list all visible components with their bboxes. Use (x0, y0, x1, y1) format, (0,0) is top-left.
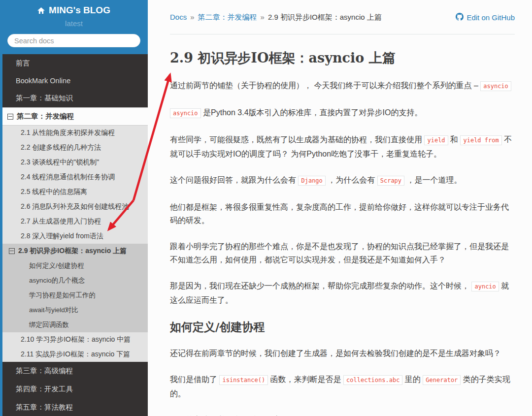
section-heading: 如何定义/创建协程 (170, 320, 515, 335)
sidebar-subitem[interactable]: 如何定义/创建协程 (2, 258, 148, 273)
edit-on-github-label: Edit on GitHub (466, 13, 515, 22)
sidebar-item[interactable]: 第三章：高级编程 (2, 362, 148, 380)
sidebar: MING's BLOG latest 前言BookMark Online第一章：… (0, 0, 148, 416)
text-segment: ，为什么会有 (326, 176, 377, 184)
text-segment: 我们是借助了 (170, 375, 219, 384)
version-label: latest (0, 19, 148, 28)
inline-code: isinstance() (219, 375, 268, 385)
paragraph: 我们是借助了 isinstance() 函数，来判断是否是 collection… (170, 373, 515, 400)
sidebar-item[interactable]: 第五章：算法教程 (2, 398, 148, 416)
sidebar-item-current-page[interactable]: 2.9 初识异步IO框架：asyncio 上篇 (2, 244, 148, 258)
sidebar-item[interactable]: 2.7 从生成器使用入门协程 (2, 214, 148, 229)
sidebar-item[interactable]: 第四章：开发工具 (2, 380, 148, 398)
paragraph: asyncio 是Python 3.4版本引入的标准库，直接内置了对异步IO的支… (170, 106, 515, 120)
text-segment: 他们都是框架，将很多很重复性高，复杂度高的工作，提前给你做好，这样你就可以专注于… (170, 203, 509, 224)
text-segment: 函数，来判断是否是 (268, 375, 343, 384)
sidebar-item-label: 2.9 初识异步IO框架：asyncio 上篇 (18, 247, 127, 256)
sidebar-item[interactable]: 2.2 创建多线程的几种方法 (2, 140, 148, 155)
sidebar-nav: 前言BookMark Online第一章：基础知识第二章：并发编程2.1 从性能… (2, 54, 148, 416)
sidebar-subitem[interactable]: 绑定回调函数 (2, 318, 148, 332)
paragraph: 有些同学，可能很疑惑，既然有了以生成器为基础的协程，我们直接使用 yield 和… (170, 133, 515, 160)
sidebar-item[interactable]: 2.3 谈谈线程中的"锁机制" (2, 155, 148, 170)
sidebar-item-label: 第二章：并发编程 (17, 112, 74, 121)
minus-square-icon (9, 248, 15, 254)
sidebar-item[interactable]: BookMark Online (2, 72, 148, 89)
text-segment: 通过前两节的铺垫（关于协程的使用）， 今天我们终于可以来介绍我们整个系列的重点 … (170, 81, 480, 90)
page: MING's BLOG latest 前言BookMark Online第一章：… (0, 0, 532, 416)
site-title-link[interactable]: MING's BLOG (0, 5, 148, 16)
paragraph: 同样的方法，我们也可以用在这里。 (170, 413, 515, 416)
paragraph: 他们都是框架，将很多很重复性高，复杂度高的工作，提前给你做好，这样你就可以专注于… (170, 200, 515, 227)
edit-on-github-link[interactable]: Edit on GitHub (456, 13, 515, 22)
sidebar-item[interactable]: 2.4 线程消息通信机制任务协调 (2, 170, 148, 185)
paragraph: 这个问题很好回答，就跟为什么会有 Django ，为什么会有 Scrapy ，是… (170, 173, 515, 188)
sidebar-item[interactable]: 2.10 学习异步IO框架：asyncio 中篇 (2, 332, 148, 347)
text-segment: 和 (448, 135, 461, 144)
github-icon (456, 13, 464, 22)
inline-code: Generator (423, 375, 461, 385)
text-segment: 里的 (402, 375, 423, 384)
sidebar-item[interactable]: 2.8 深入理解yield from语法 (2, 229, 148, 244)
text-segment: ，是一个道理。 (404, 176, 462, 184)
home-icon (37, 7, 45, 14)
breadcrumb-row: Docs » 第二章：并发编程 » 2.9 初识异步IO框架：asyncio 上… (170, 13, 515, 22)
breadcrumb-chapter-link[interactable]: 第二章：并发编程 (198, 13, 257, 22)
sidebar-subitem[interactable]: asyncio的几个概念 (2, 273, 148, 288)
sidebar-subitem[interactable]: 学习协程是如何工作的 (2, 288, 148, 303)
page-title: 2.9 初识异步IO框架：asyncio 上篇 (170, 49, 515, 67)
article-body: 通过前两节的铺垫（关于协程的使用）， 今天我们终于可以来介绍我们整个系列的重点 … (170, 79, 515, 416)
sidebar-item[interactable]: 前言 (2, 54, 148, 72)
breadcrumb-current: 2.9 初识异步IO框架：asyncio 上篇 (268, 13, 382, 22)
inline-code: yield from (460, 135, 501, 145)
sidebar-item-chapter2[interactable]: 第二章：并发编程 (2, 107, 148, 126)
search-input[interactable] (7, 34, 140, 47)
sidebar-header: MING's BLOG latest (0, 0, 148, 54)
sidebar-item[interactable]: 2.6 消息队列补充及如何创建线程池 (2, 199, 148, 214)
breadcrumb-separator: » (261, 13, 265, 21)
sidebar-item[interactable]: 2.5 线程中的信息隔离 (2, 185, 148, 199)
sidebar-item[interactable]: 2.11 实战异步IO框架：asyncio 下篇 (2, 347, 148, 362)
paragraph: 那是因为，我们现在还缺少一个成熟的框架，帮助你完成那些复杂的动作。这个时候， a… (170, 279, 515, 307)
inline-code: Django (298, 176, 325, 186)
inline-code: asyncio (170, 108, 201, 118)
breadcrumb-separator: » (190, 13, 194, 21)
paragraph: 通过前两节的铺垫（关于协程的使用）， 今天我们终于可以来介绍我们整个系列的重点 … (170, 79, 515, 93)
text-segment: 有些同学，可能很疑惑，既然有了以生成器为基础的协程，我们直接使用 (170, 135, 424, 144)
text-segment: 是Python 3.4版本引入的标准库，直接内置了对异步IO的支持。 (201, 108, 423, 117)
inline-code: Scrapy (377, 176, 404, 186)
paragraph: 还记得在前两章节的时候，我们创建了生成器，是如何去检验我们创建的是不是生成器对象… (170, 347, 515, 360)
minus-square-icon (7, 114, 13, 120)
sidebar-item[interactable]: 2.1 从性能角度来初探并发编程 (2, 126, 148, 140)
breadcrumb-docs-link[interactable]: Docs (170, 13, 187, 21)
paragraph: 跟着小明学完了协程的那些个难点，你是不是也发现了，协程的知识点我已经掌握了，但是… (170, 240, 515, 266)
inline-code: ayncio (471, 282, 499, 291)
sidebar-current-section: 第二章：并发编程2.1 从性能角度来初探并发编程2.2 创建多线程的几种方法2.… (2, 107, 148, 362)
inline-code: asyncio (480, 81, 511, 91)
text-segment: 这个问题很好回答，就跟为什么会有 (170, 176, 298, 184)
text-segment: 那是因为，我们现在还缺少一个成熟的框架，帮助你完成那些复杂的动作。这个时候， (170, 282, 471, 290)
text-segment: 还记得在前两章节的时候，我们创建了生成器，是如何去检验我们创建的是不是生成器对象… (170, 349, 501, 357)
main-content: Docs » 第二章：并发编程 » 2.9 初识异步IO框架：asyncio 上… (148, 0, 532, 416)
sidebar-subitem[interactable]: await与yield对比 (2, 303, 148, 318)
inline-code: collections.abc (343, 375, 402, 385)
site-title: MING's BLOG (49, 5, 110, 16)
sidebar-item[interactable]: 第一章：基础知识 (2, 89, 148, 107)
breadcrumb-divider (170, 34, 515, 34)
breadcrumb: Docs » 第二章：并发编程 » 2.9 初识异步IO框架：asyncio 上… (170, 13, 382, 22)
inline-code: yield (424, 135, 448, 145)
text-segment: 跟着小明学完了协程的那些个难点，你是不是也发现了，协程的知识点我已经掌握了，但是… (170, 242, 509, 264)
